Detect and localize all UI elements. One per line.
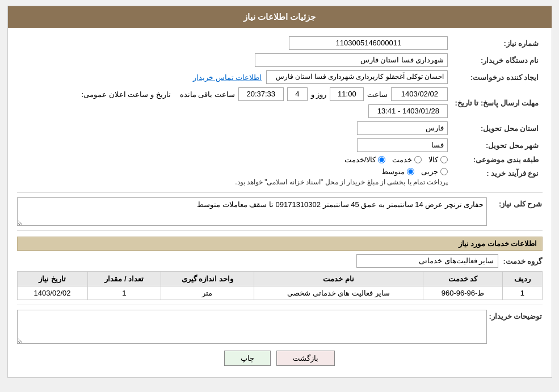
nam-dastgah-label: نام دستگاه خریدار: <box>451 52 542 69</box>
tabaqe-label: طبقه بندی موضوعی: <box>451 154 542 166</box>
tarikh-elam-value: 1403/01/28 - 13:41 <box>368 104 448 118</box>
tawzihat-textarea[interactable] <box>17 310 487 344</box>
nam-dastgah-value-cell: شهرداری فسا استان فارس <box>17 52 452 69</box>
noaa-row: نوع فرآیند خرید : جزیی متوسط <box>17 166 543 188</box>
sharh-label: شرح کلی نیاز: <box>491 197 543 208</box>
ostan-label: استان محل تحویل: <box>451 120 542 137</box>
shomara-value-cell: 1103005146000011 <box>17 35 452 52</box>
tabaqe-kala-khedmat-item[interactable]: کالا/خدمت <box>344 155 386 164</box>
nam-dastgah-row: نام دستگاه خریدار: شهرداری فسا استان فار… <box>17 52 543 69</box>
col-radif: ردیف <box>503 272 542 286</box>
shomara-label: شماره نیاز: <box>451 35 542 52</box>
ijad-konande-value: احسان توکلی آغجقلو کاربرداری شهرداری فسا… <box>266 70 448 84</box>
services-table-body: 1ط-96-96-960سایر فعالیت های خدماتی شخصیم… <box>17 286 542 300</box>
tabaqe-row: طبقه بندی موضوعی: کالا خدمت <box>17 154 543 166</box>
mohlat-row: مهلت ارسال پاسخ: تا تاریخ: 1403/02/02 سا… <box>17 86 543 120</box>
shahr-row: شهر محل تحویل: فسا <box>17 137 543 154</box>
ijad-konande-row: ایجاد کننده درخواست: احسان توکلی آغجقلو … <box>17 69 543 86</box>
saat-label: ساعت <box>367 90 388 99</box>
buttons-row: بازگشت چاپ <box>17 344 543 370</box>
services-section-title: اطلاعات خدمات مورد نیاز <box>17 237 543 251</box>
col-nam: نام خدمت <box>254 272 423 286</box>
noaa-jozii-radio[interactable] <box>440 168 448 175</box>
ijad-konande-value-cell: احسان توکلی آغجقلو کاربرداری شهرداری فسا… <box>17 69 452 86</box>
tabaqe-khedmat-label: خدمت <box>392 155 412 164</box>
table-cell-nam_khedmat: سایر فعالیت های خدماتی شخصی <box>254 286 423 300</box>
divider2 <box>17 230 543 231</box>
divider1 <box>17 192 543 193</box>
shahr-value: فسا <box>357 138 448 152</box>
noaa-note-text: پرداخت تمام یا بخشی از مبلغ خریدار از مح… <box>235 178 448 186</box>
tarikh-pasokh-date: 1403/02/02 <box>391 87 448 101</box>
noaa-note: پرداخت تمام یا بخشی از مبلغ خریدار از مح… <box>20 178 448 186</box>
tabaqe-khedmat-radio[interactable] <box>414 156 422 163</box>
col-vahed: واحد اندازه گیری <box>161 272 254 286</box>
col-tedad: تعداد / مقدار <box>87 272 161 286</box>
services-table-head: ردیف کد خدمت نام خدمت واحد اندازه گیری ت… <box>17 272 542 286</box>
tabaqe-kala-khedmat-radio[interactable] <box>378 156 385 163</box>
back-button[interactable]: بازگشت <box>276 351 335 366</box>
tabaqe-kala-khedmat-label: کالا/خدمت <box>344 155 376 164</box>
table-row: 1ط-96-96-960سایر فعالیت های خدماتی شخصیم… <box>17 286 542 300</box>
grooh-label: گروه خدمت: <box>503 257 543 265</box>
col-kod: کد خدمت <box>423 272 503 286</box>
print-button[interactable]: چاپ <box>224 351 271 366</box>
noaa-radio-group: جزیی متوسط <box>20 167 448 176</box>
ostan-row: استان محل تحویل: فارس <box>17 120 543 137</box>
shahr-label: شهر محل تحویل: <box>451 137 542 154</box>
noaa-motovaset-label: متوسط <box>381 167 405 176</box>
noaa-motovaset-item[interactable]: متوسط <box>381 167 414 176</box>
tawzihat-section: توضیحات خریدار: <box>17 310 543 344</box>
col-tarikh: تاریخ نیاز <box>17 272 87 286</box>
mohlat-value-cell: 1403/02/02 ساعت 11:00 روز و 4 20:37:33 س… <box>17 86 452 120</box>
grooh-value: سایر فعالیت‌های خدماتی <box>356 254 498 268</box>
noaa-label: نوع فرآیند خرید : <box>451 166 542 188</box>
tabaqe-kala-radio[interactable] <box>440 156 448 163</box>
ostan-value-cell: فارس <box>17 120 452 137</box>
table-cell-tarikh: 1403/02/02 <box>17 286 87 300</box>
page-header: جزئیات اطلاعات نیاز <box>8 6 552 28</box>
table-cell-tedad: 1 <box>87 286 161 300</box>
page-container: جزئیات اطلاعات نیاز شماره نیاز: 11030051… <box>7 6 552 378</box>
nam-dastgah-value: شهرداری فسا استان فارس <box>255 53 448 67</box>
tabaqe-value-cell: کالا خدمت کالا/خدمت <box>17 154 452 166</box>
grooh-row: گروه خدمت: سایر فعالیت‌های خدماتی <box>17 254 543 268</box>
noaa-jozii-item[interactable]: جزیی <box>421 167 448 176</box>
table-cell-kod_khedmat: ط-96-96-960 <box>423 286 503 300</box>
shomara-row: شماره نیاز: 1103005146000011 <box>17 35 543 52</box>
shahr-value-cell: فسا <box>17 137 452 154</box>
divider3 <box>17 305 543 305</box>
ostan-value: فارس <box>357 121 448 135</box>
table-cell-radif: 1 <box>503 286 542 300</box>
mohlat-label: مهلت ارسال پاسخ: تا تاریخ: <box>451 86 542 120</box>
tarikh-pasokh-saat: 11:00 <box>330 87 364 101</box>
tawzihat-label: توضیحات خریدار: <box>491 310 543 321</box>
tabaqe-radio-group: کالا خدمت کالا/خدمت <box>20 155 448 164</box>
services-table: ردیف کد خدمت نام خدمت واحد اندازه گیری ت… <box>17 271 543 300</box>
services-table-header-row: ردیف کد خدمت نام خدمت واحد اندازه گیری ت… <box>17 272 542 286</box>
page-title: جزئیات اطلاعات نیاز <box>243 12 316 22</box>
info-table: شماره نیاز: 1103005146000011 نام دستگاه … <box>17 35 543 188</box>
etela-atemas-link[interactable]: اطلاعات تماس خریدار <box>193 73 262 82</box>
saat-mande-label: ساعت باقی مانده <box>180 90 235 99</box>
tabaqe-khedmat-item[interactable]: خدمت <box>392 155 422 164</box>
sharh-section: شرح کلی نیاز: <box>17 197 543 226</box>
rooz-label: روز و <box>311 90 327 99</box>
table-cell-vahed: متر <box>161 286 254 300</box>
tarikh-elam-label: تاریخ و ساعت اعلان عمومی: <box>81 90 170 99</box>
noaa-jozii-label: جزیی <box>421 167 438 176</box>
noaa-motovaset-radio[interactable] <box>407 168 414 175</box>
tarikh-pasokh-mande: 20:37:33 <box>238 87 284 101</box>
sharh-textarea[interactable] <box>17 197 487 226</box>
shomara-value: 1103005146000011 <box>289 36 448 50</box>
ijad-konande-label: ایجاد کننده درخواست: <box>451 69 542 86</box>
tabaqe-kala-label: کالا <box>428 155 438 164</box>
tarikh-pasokh-rooz: 4 <box>287 87 308 101</box>
tabaqe-kala-item[interactable]: کالا <box>428 155 448 164</box>
noaa-value-cell: جزیی متوسط پرداخت تمام یا بخشی از مبلغ خ… <box>17 166 452 188</box>
content-area: شماره نیاز: 1103005146000011 نام دستگاه … <box>8 28 552 377</box>
